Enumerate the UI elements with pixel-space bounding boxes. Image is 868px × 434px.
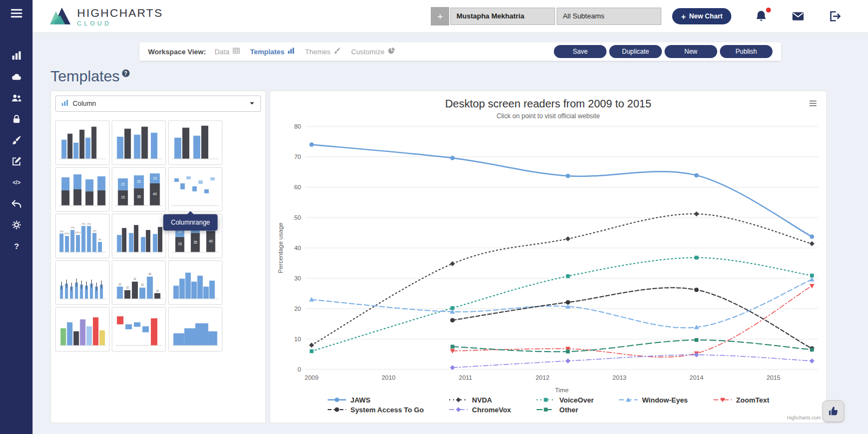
highcharts-logo[interactable]: HIGHCHARTS CLOUD xyxy=(49,6,163,27)
template-thumbnail-waterfall[interactable] xyxy=(112,307,166,352)
tab-customize-label: Customize xyxy=(351,48,384,56)
save-button[interactable]: Save xyxy=(554,45,607,58)
mini-column-icon xyxy=(61,99,69,108)
svg-text:2011: 2011 xyxy=(459,374,473,381)
template-thumbnail-stacked-column[interactable] xyxy=(55,167,110,212)
duplicate-button[interactable]: Duplicate xyxy=(609,45,662,58)
template-thumbnail-stacked-column-labels[interactable]: 221520351040 xyxy=(112,167,166,212)
template-thumbnail-columnrange[interactable] xyxy=(168,167,222,212)
template-thumbnail-multicolor-column[interactable] xyxy=(55,307,110,352)
template-grid: 221520351040150129.2176135.6210210155802… xyxy=(55,120,261,352)
svg-text:135.6: 135.6 xyxy=(75,231,81,234)
sidebar-item-help[interactable]: ? xyxy=(0,235,33,257)
legend-label: System Access To Go xyxy=(350,406,424,414)
template-thumbnail-pictorial[interactable] xyxy=(168,307,222,352)
sidebar: </>? xyxy=(0,0,33,434)
tab-themes-label: Themes xyxy=(305,48,330,56)
svg-text:80: 80 xyxy=(294,123,301,130)
svg-text:20: 20 xyxy=(294,305,301,312)
svg-text:15: 15 xyxy=(121,195,125,199)
hamburger-icon xyxy=(808,100,818,110)
columnrange-tooltip: Columnrange xyxy=(163,214,218,231)
main-column: HIGHCHARTS CLOUD + Mustapha Mekhatria Al… xyxy=(33,0,868,434)
svg-text:Percentage usage: Percentage usage xyxy=(277,222,284,273)
template-thumbnail-histogram[interactable] xyxy=(168,260,222,305)
page-title: Templates ? xyxy=(50,68,868,85)
help-badge[interactable]: ? xyxy=(122,69,130,77)
new-chart-label: New Chart xyxy=(689,12,723,20)
legend-item-system-access-to-go[interactable]: System Access To Go xyxy=(327,406,424,414)
svg-text:10: 10 xyxy=(294,336,301,342)
legend-item-window-eyes[interactable]: Window-Eyes xyxy=(618,396,687,404)
sidebar-item-edit[interactable] xyxy=(0,151,33,172)
sidebar-item-brush[interactable] xyxy=(0,130,33,151)
tab-templates-label: Templates xyxy=(250,48,284,56)
templates-panel: Column 221520351040150129.2176135.621021… xyxy=(50,91,266,423)
template-thumbnail-grouped-column[interactable] xyxy=(112,214,166,258)
thumbs-up-icon xyxy=(827,405,839,417)
publish-button[interactable]: Publish xyxy=(720,45,773,58)
legend-item-voiceover[interactable]: VoiceOver xyxy=(536,396,593,404)
svg-text:?: ? xyxy=(14,242,18,251)
sidebar-item-undo[interactable] xyxy=(0,193,33,214)
sidebar-item-column-chart[interactable] xyxy=(0,45,33,66)
add-user-button[interactable]: + xyxy=(431,7,449,25)
messages-button[interactable] xyxy=(791,9,805,23)
svg-text:70: 70 xyxy=(294,154,301,160)
legend-label: Window-Eyes xyxy=(642,396,687,404)
svg-text:40: 40 xyxy=(153,192,157,196)
table-icon xyxy=(232,47,240,56)
user-name-field[interactable]: Mustapha Mekhatria xyxy=(450,8,555,25)
template-thumbnail-error-bar-column[interactable] xyxy=(55,260,110,305)
sidebar-item-settings[interactable] xyxy=(0,214,33,235)
credits-link[interactable]: Highcharts.com xyxy=(787,415,821,420)
chart-title: Desktop screen readers from 2009 to 2015 xyxy=(276,98,821,110)
sidebar-item-cloud[interactable] xyxy=(0,66,33,87)
svg-text:35: 35 xyxy=(193,240,197,244)
feedback-button[interactable] xyxy=(822,400,844,422)
template-thumbnail-column-3d[interactable] xyxy=(112,120,166,165)
sidebar-item-lock[interactable] xyxy=(0,108,33,130)
workspace-view-label: Workspace View: xyxy=(148,48,206,56)
chart-context-menu-button[interactable] xyxy=(808,99,818,108)
logo-text: HIGHCHARTS CLOUD xyxy=(77,7,163,27)
tab-customize[interactable]: Customize xyxy=(351,47,395,56)
legend-label: ZoomText xyxy=(736,396,769,404)
line-chart[interactable]: 0102030405060708020092010201120122013201… xyxy=(276,121,821,395)
svg-text:20: 20 xyxy=(137,180,141,183)
tab-templates[interactable]: Templates xyxy=(250,47,295,56)
topbar-right: + Mustapha Mekhatria All Subteams + New … xyxy=(431,7,842,25)
brush-icon xyxy=(333,47,341,56)
svg-text:176: 176 xyxy=(71,226,75,229)
svg-text:22: 22 xyxy=(121,182,125,186)
sidebar-item-team[interactable] xyxy=(0,87,33,108)
template-thumbnail-column[interactable] xyxy=(55,120,110,165)
tab-data[interactable]: Data xyxy=(214,47,240,56)
svg-text:40: 40 xyxy=(294,245,301,251)
legend-item-other[interactable]: Other xyxy=(536,406,593,414)
template-thumbnail-cylinder[interactable] xyxy=(168,120,222,165)
mail-icon xyxy=(791,9,805,23)
pie-chart-icon xyxy=(387,47,395,56)
new-button[interactable]: New xyxy=(665,45,717,58)
notification-dot xyxy=(766,8,771,12)
template-thumbnail-column-labels[interactable]: 221531204010 xyxy=(112,260,166,305)
legend-item-chromevox[interactable]: ChromeVox xyxy=(449,406,511,414)
sidebar-item-code[interactable]: </> xyxy=(0,172,33,193)
legend-label: NVDA xyxy=(472,396,492,404)
logout-button[interactable] xyxy=(828,9,842,23)
logout-icon xyxy=(828,9,842,23)
svg-text:40: 40 xyxy=(149,273,152,276)
chart-type-select[interactable]: Column xyxy=(55,95,261,112)
new-chart-button[interactable]: + New Chart xyxy=(672,8,731,24)
tab-themes[interactable]: Themes xyxy=(305,47,341,56)
legend-item-jaws[interactable]: JAWS xyxy=(327,396,424,404)
legend-label: ChromeVox xyxy=(472,406,511,414)
menu-icon[interactable] xyxy=(10,7,23,20)
svg-text:2012: 2012 xyxy=(535,374,550,381)
legend-item-nvda[interactable]: NVDA xyxy=(449,396,511,404)
template-thumbnail-column-data-labels[interactable]: 150129.2176135.621021015580 xyxy=(55,214,110,258)
notifications-button[interactable] xyxy=(754,9,768,23)
subteam-select[interactable]: All Subteams xyxy=(557,8,661,25)
legend-item-zoomtext[interactable]: ZoomText xyxy=(713,396,769,404)
